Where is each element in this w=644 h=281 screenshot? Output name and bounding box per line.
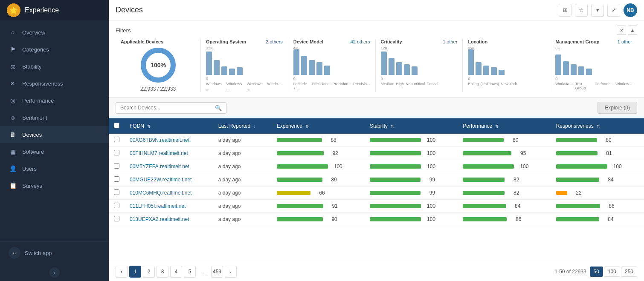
row-checkbox[interactable] — [114, 176, 119, 182]
sidebar-item-overview[interactable]: ○ Overview — [0, 24, 109, 41]
sidebar-item-categories[interactable]: ⚑ Categories — [0, 41, 109, 58]
row-checkbox[interactable] — [114, 150, 119, 155]
overview-icon: ○ — [9, 28, 17, 37]
fqdn-link[interactable]: 011LFH05I.realtimeit.net — [130, 203, 186, 209]
chart-label: Workstati... — [555, 82, 574, 90]
sidebar-item-responsiveness[interactable]: ✕ Responsiveness — [0, 75, 109, 92]
bar — [586, 69, 592, 75]
filter-others[interactable]: 1 other — [618, 39, 632, 44]
responsiveness-score: 84 — [602, 216, 614, 222]
performance-score: 80 — [506, 137, 518, 143]
sidebar-item-stability[interactable]: ⚖ Stability — [0, 58, 109, 75]
experience-header[interactable]: Experience ⇅ — [272, 118, 365, 134]
responsiveness-cell: 86 — [551, 200, 644, 213]
prev-page-button[interactable]: ‹ — [116, 266, 128, 278]
sidebar-header: 🌟 Experience — [0, 0, 109, 20]
bar — [316, 62, 322, 75]
table-body: 00AG6TB9N.realtimeit.net a day ago 88 10… — [109, 134, 644, 226]
per-page-250[interactable]: 250 — [621, 267, 637, 277]
per-page-buttons: 50 100 250 — [590, 267, 637, 277]
search-input[interactable] — [120, 105, 215, 111]
stability-cell: 100 — [365, 213, 458, 226]
chart-label: Test Group — [575, 82, 593, 90]
last-reported-header[interactable]: Last Reported ↓ — [213, 118, 272, 134]
dropdown-button[interactable]: ▾ — [591, 4, 604, 17]
bar — [563, 61, 569, 75]
filter-others[interactable]: 2 others — [266, 39, 283, 44]
sidebar-item-devices[interactable]: 🖥 Devices — [0, 126, 109, 143]
performance-header[interactable]: Performance ⇅ — [458, 118, 551, 134]
page-button-last[interactable]: 459 — [211, 266, 223, 278]
row-checkbox[interactable] — [114, 163, 119, 169]
sidebar-item-performance[interactable]: ◎ Performance — [0, 92, 109, 109]
page-button-4[interactable]: 4 — [170, 266, 182, 278]
per-page-50[interactable]: 50 — [590, 267, 603, 277]
fqdn-link[interactable]: 00AG6TB9N.realtimeit.net — [130, 137, 189, 143]
sidebar-item-sentiment[interactable]: ☺ Sentiment — [0, 109, 109, 126]
row-checkbox[interactable] — [114, 137, 119, 142]
fqdn-cell: 013UEPXA2.realtimeit.net — [125, 213, 213, 226]
responsiveness-bar — [556, 164, 607, 169]
experience-bar — [277, 217, 323, 221]
bar — [324, 66, 330, 75]
stability-header[interactable]: Stability ⇅ — [365, 118, 458, 134]
pagination-info: 1-50 of 22933 — [555, 269, 586, 275]
bar — [396, 62, 402, 75]
axis-zero: 0 — [293, 77, 370, 81]
fqdn-link[interactable]: 010MC6MHQ.realtimeit.net — [130, 190, 191, 196]
responsiveness-icon: ✕ — [9, 79, 17, 88]
view-toggle-button[interactable]: ⊞ — [559, 4, 571, 17]
experience-bar — [277, 151, 324, 155]
sidebar-collapse-button[interactable]: ‹ — [49, 267, 60, 278]
bar — [499, 70, 505, 75]
select-all-checkbox[interactable] — [114, 123, 119, 128]
row-checkbox-cell — [109, 186, 125, 200]
row-checkbox[interactable] — [114, 203, 119, 208]
page-button-1[interactable]: 1 — [129, 266, 141, 278]
fqdn-link[interactable]: 00MGUE22W.realtimeit.net — [130, 177, 191, 183]
filter-others[interactable]: 42 others — [351, 39, 370, 44]
switch-app[interactable]: ↔ Switch app — [0, 241, 109, 264]
row-checkbox[interactable] — [114, 216, 119, 221]
fqdn-link[interactable]: 00M5YZFPA.realtimeit.net — [130, 163, 189, 169]
mini-bar-chart — [206, 50, 283, 76]
star-button[interactable]: ☆ — [575, 4, 588, 17]
filter-others[interactable]: 1 other — [443, 39, 457, 44]
fqdn-header[interactable]: FQDN ⇅ — [125, 118, 213, 134]
stability-cell: 100 — [365, 160, 458, 173]
pagination: ‹ 1 2 3 4 5 ... 459 › 1-50 of 22933 50 1… — [109, 262, 644, 281]
performance-cell: 82 — [458, 186, 551, 200]
sidebar-item-users[interactable]: 👤 Users — [0, 160, 109, 177]
stability-score: 100 — [424, 150, 435, 156]
filters-collapse-button[interactable]: ▲ — [628, 26, 637, 35]
filters-controls: ✕ ▲ — [617, 26, 637, 35]
responsiveness-score: 84 — [602, 177, 614, 183]
per-page-100[interactable]: 100 — [604, 267, 620, 277]
expand-button[interactable]: ⤢ — [607, 4, 620, 17]
table-row: 00MGUE22W.realtimeit.net a day ago 89 99… — [109, 173, 644, 186]
responsiveness-header[interactable]: Responsiveness ⇅ — [551, 118, 644, 134]
chart-label: Window... — [615, 82, 632, 90]
page-button-3[interactable]: 3 — [157, 266, 168, 278]
svg-text:100%: 100% — [151, 62, 166, 69]
next-page-button[interactable]: › — [225, 266, 237, 278]
bar — [571, 64, 577, 75]
performance-bar — [463, 164, 514, 169]
bar — [389, 58, 395, 75]
explore-button[interactable]: Explore (0) — [598, 102, 637, 114]
filter-col-title: Management Group — [555, 39, 599, 44]
bar — [404, 64, 410, 75]
stability-score: 99 — [423, 190, 435, 196]
sidebar-item-software[interactable]: ▦ Software — [0, 143, 109, 160]
page-button-2[interactable]: 2 — [143, 266, 155, 278]
page-button-5[interactable]: 5 — [184, 266, 196, 278]
user-avatar[interactable]: NB — [624, 3, 637, 17]
fqdn-link[interactable]: 013UEPXA2.realtimeit.net — [130, 216, 189, 222]
filters-close-button[interactable]: ✕ — [617, 26, 626, 35]
chart-labels: Ealing (Unknown) New York — [468, 82, 545, 86]
sidebar-item-surveys[interactable]: 📋 Surveys — [0, 177, 109, 194]
filter-col-header: Location — [468, 39, 545, 44]
filter-col-header: Applicable Devices — [121, 39, 195, 44]
fqdn-link[interactable]: 00FIHNLM7.realtimeit.net — [130, 150, 188, 156]
row-checkbox[interactable] — [114, 189, 119, 195]
